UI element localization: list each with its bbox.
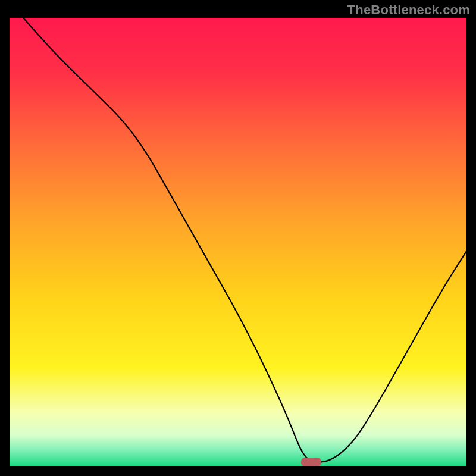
bottleneck-chart (10, 18, 466, 466)
optimal-marker (301, 458, 321, 466)
chart-background (10, 18, 466, 466)
watermark-text: TheBottleneck.com (347, 2, 470, 18)
page-root: TheBottleneck.com (0, 0, 476, 476)
chart-frame (10, 18, 466, 466)
